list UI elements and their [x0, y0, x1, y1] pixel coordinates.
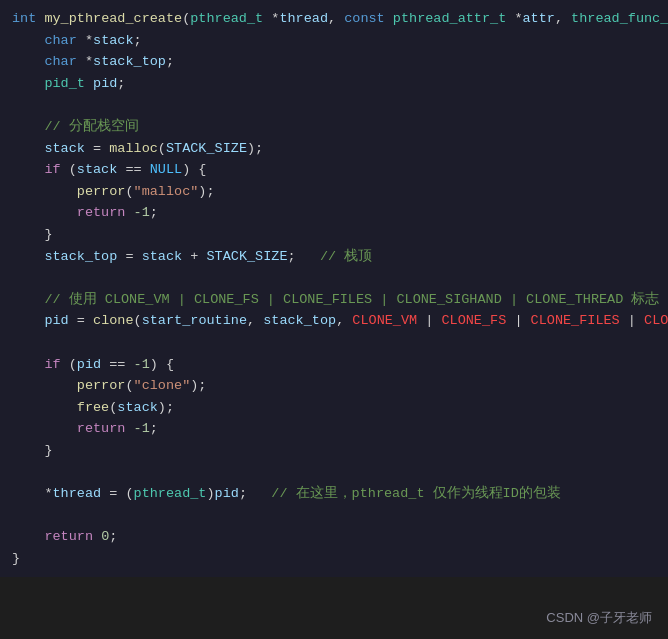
- code-line-19: free(stack);: [0, 397, 668, 419]
- code-line-13: [0, 267, 668, 289]
- code-line-24: [0, 505, 668, 527]
- code-line-25: return 0;: [0, 526, 668, 548]
- code-line-8: if (stack == NULL) {: [0, 159, 668, 181]
- code-line-7: stack = malloc(STACK_SIZE);: [0, 138, 668, 160]
- code-line-15: pid = clone(start_routine, stack_top, CL…: [0, 310, 668, 332]
- code-line-6: // 分配栈空间: [0, 116, 668, 138]
- code-line-26: }: [0, 548, 668, 570]
- code-line-3: char *stack_top;: [0, 51, 668, 73]
- code-line-2: char *stack;: [0, 30, 668, 52]
- code-line-16: [0, 332, 668, 354]
- code-line-10: return -1;: [0, 202, 668, 224]
- code-line-5: [0, 94, 668, 116]
- code-line-11: }: [0, 224, 668, 246]
- code-line-4: pid_t pid;: [0, 73, 668, 95]
- code-line-14: // 使用 CLONE_VM | CLONE_FS | CLONE_FILES …: [0, 289, 668, 311]
- code-editor: int my_pthread_create(pthread_t *thread,…: [0, 0, 668, 577]
- watermark: CSDN @子牙老师: [546, 608, 652, 629]
- code-line-1: int my_pthread_create(pthread_t *thread,…: [0, 8, 668, 30]
- code-line-18: perror("clone");: [0, 375, 668, 397]
- code-line-17: if (pid == -1) {: [0, 354, 668, 376]
- code-line-21: }: [0, 440, 668, 462]
- code-line-22: [0, 461, 668, 483]
- code-line-12: stack_top = stack + STACK_SIZE; // 栈顶: [0, 246, 668, 268]
- code-line-23: *thread = (pthread_t)pid; // 在这里，pthread…: [0, 483, 668, 505]
- code-line-9: perror("malloc");: [0, 181, 668, 203]
- code-line-20: return -1;: [0, 418, 668, 440]
